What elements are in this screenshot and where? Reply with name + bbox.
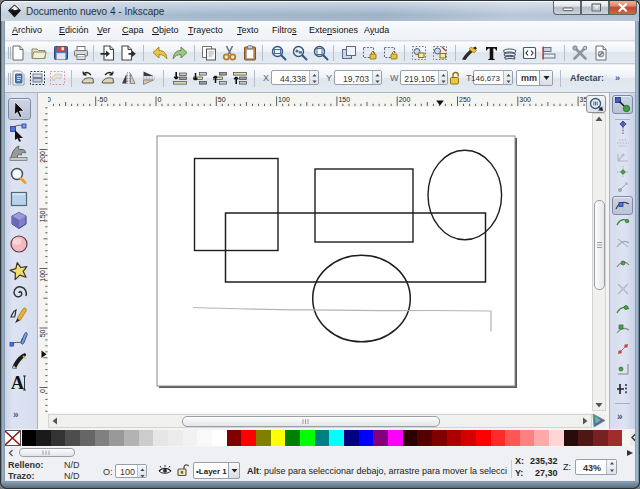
- svg-text:150: 150: [338, 96, 350, 103]
- svg-text:0: 0: [39, 389, 46, 393]
- svg-text:0: 0: [158, 96, 162, 103]
- svg-text:250: 250: [459, 96, 471, 103]
- svg-text:50: 50: [39, 329, 46, 337]
- svg-text:200: 200: [399, 96, 411, 103]
- svg-text:200: 200: [39, 151, 46, 163]
- svg-text:300: 300: [519, 96, 531, 103]
- svg-text:-100: -100: [48, 96, 51, 103]
- svg-text:150: 150: [39, 210, 46, 222]
- svg-text:A: A: [11, 373, 24, 393]
- svg-text:-50: -50: [97, 96, 107, 103]
- svg-text:100: 100: [39, 270, 46, 282]
- svg-text:50: 50: [218, 96, 226, 103]
- svg-text:100: 100: [278, 96, 290, 103]
